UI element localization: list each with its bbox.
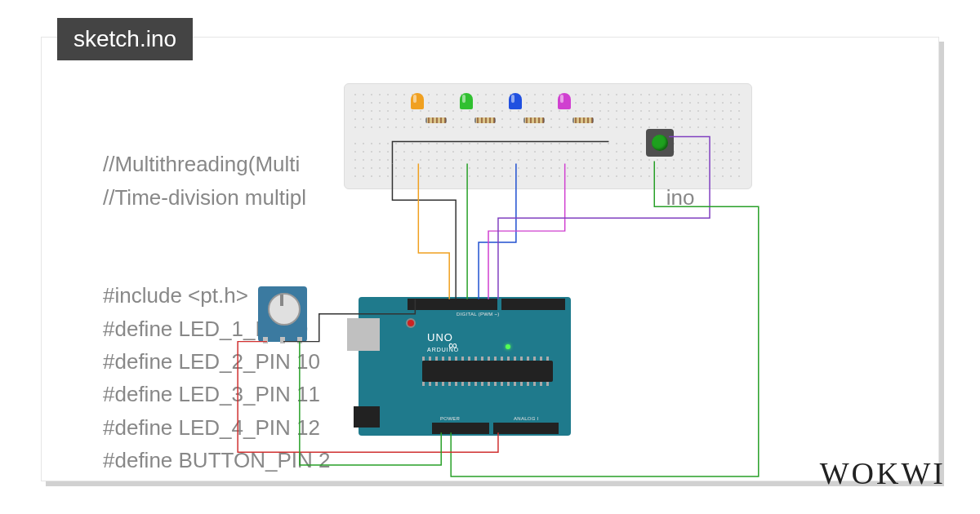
wokwi-logo: WOKWI [820,455,946,491]
led-green[interactable] [460,93,473,109]
code-line: //Time-division multipl [103,185,306,210]
code-line: #define LED_4_PIN 12 [103,415,320,440]
code-line: #define LED_1_PIN 9 [103,317,309,341]
code-line: //Multithreading(Multi [103,152,300,176]
led-magenta[interactable] [558,93,571,109]
led-blue[interactable] [509,93,522,109]
led-orange[interactable] [411,93,424,109]
code-line: #define LED_3_PIN 11 [103,382,320,406]
filename-label: sketch.ino [74,26,176,51]
code-line: #define BUTTON_PIN 2 [103,448,330,472]
code-line-suffix: ino [666,185,695,210]
code-line: #define LED_2_PIN 10 [103,349,320,374]
preview-card: //Multithreading(Multi //Time-division m… [41,37,939,481]
filename-tab[interactable]: sketch.ino [57,18,193,60]
code-preview: //Multithreading(Multi //Time-division m… [103,115,694,476]
code-line: #include <pt.h> [103,283,248,308]
